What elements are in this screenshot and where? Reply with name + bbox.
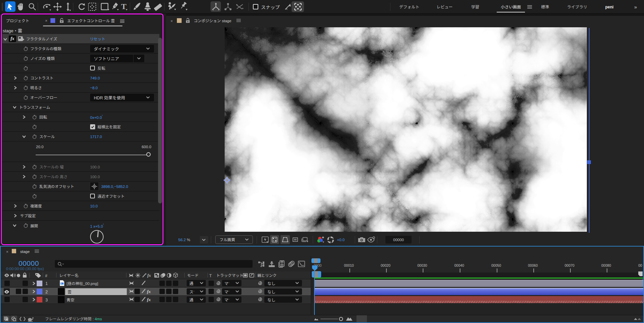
svg-text:T: T [121,2,126,11]
